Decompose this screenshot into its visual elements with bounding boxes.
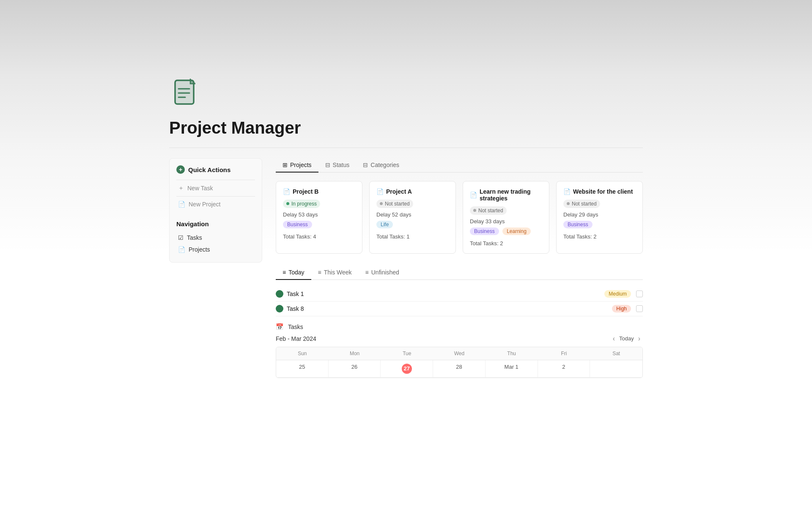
task-1-checkbox[interactable]: [636, 290, 643, 297]
project-trading-delay: Delay 33 days: [470, 218, 542, 225]
project-b-delay: Delay 53 days: [283, 211, 355, 218]
cal-cell-mar1[interactable]: Mar 1: [486, 360, 538, 378]
project-b-status: In progress: [283, 200, 320, 208]
status-dot-gray-t: [473, 209, 476, 212]
project-trading-total: Total Tasks: 2: [470, 240, 542, 247]
project-website-tags: Business: [563, 220, 636, 230]
project-card-website[interactable]: 📄 Website for the client Not started Del…: [556, 181, 643, 254]
project-a-icon: 📄: [376, 188, 384, 195]
project-website-title: 📄 Website for the client: [563, 188, 636, 195]
new-project-doc-icon: 📄: [178, 201, 185, 208]
list-week-icon: ≡: [318, 269, 321, 276]
main-tabs: ⊞ Projects ⊟ Status ⊟ Categories: [276, 158, 643, 173]
cal-cell-empty: [590, 360, 642, 378]
project-trading-status: Not started: [470, 206, 507, 215]
task-8-priority: High: [612, 305, 631, 312]
cal-cell-27[interactable]: 27: [381, 360, 433, 378]
quick-actions-header: + Quick Actions: [176, 165, 255, 174]
task-tab-this-week[interactable]: ≡ This Week: [311, 266, 359, 280]
project-card-trading[interactable]: 📄 Learn new trading strategies Not start…: [463, 181, 549, 254]
project-a-title: 📄 Project A: [376, 188, 449, 195]
navigation-section: Navigation ☑ Tasks 📄 Projects: [176, 220, 255, 255]
navigation-title: Navigation: [176, 220, 255, 227]
task-8-status-icon: [276, 305, 283, 312]
calendar-section-title: Tasks: [288, 323, 303, 330]
page-title: Project Manager: [169, 118, 643, 137]
new-task-button[interactable]: ＋ New Task: [176, 180, 255, 196]
project-trading-title: 📄 Learn new trading strategies: [470, 188, 542, 202]
tag-business-b: Business: [283, 221, 312, 228]
cal-cell-26[interactable]: 26: [329, 360, 381, 378]
task-tab-today[interactable]: ≡ Today: [276, 266, 311, 280]
title-divider: [169, 148, 643, 148]
cal-cell-mar2[interactable]: 2: [538, 360, 590, 378]
tag-business-w: Business: [563, 221, 593, 228]
cal-header-tue: Tue: [381, 347, 433, 360]
project-a-total: Total Tasks: 1: [376, 233, 449, 240]
status-dot-gray-a: [380, 202, 383, 205]
sidebar-item-projects[interactable]: 📄 Projects: [176, 244, 255, 255]
task-tab-unfinished[interactable]: ≡ Unfinished: [359, 266, 406, 280]
cal-header-sat: Sat: [590, 347, 642, 360]
calendar-section: 📅 Tasks Feb - Mar 2024 ‹ Today › Sun Mon…: [276, 323, 643, 378]
calendar-tasks-icon: 📅: [276, 323, 284, 331]
main-content: ⊞ Projects ⊟ Status ⊟ Categories 📄: [276, 158, 643, 378]
project-website-status: Not started: [563, 200, 600, 208]
calendar-nav: ‹ Today ›: [610, 334, 643, 343]
tab-categories[interactable]: ⊟ Categories: [356, 158, 406, 173]
task-1-name: Task 1: [276, 290, 604, 298]
project-b-total: Total Tasks: 4: [283, 233, 355, 240]
project-card-b[interactable]: 📄 Project B In progress Delay 53 days Bu…: [276, 181, 362, 254]
calendar-grid: Sun Mon Tue Wed Thu Fri Sat 25 26 27 28 …: [276, 347, 643, 378]
calendar-header-row: 📅 Tasks: [276, 323, 643, 331]
new-project-button[interactable]: 📄 New Project: [176, 196, 255, 212]
task-1-priority: Medium: [604, 290, 631, 298]
cal-header-fri: Fri: [538, 347, 590, 360]
project-trading-icon: 📄: [470, 192, 477, 198]
page-icon: [169, 76, 643, 118]
task-list: Task 1 Medium Task 8 High: [276, 287, 643, 316]
calendar-prev-button[interactable]: ‹: [610, 334, 617, 343]
project-website-total: Total Tasks: 2: [563, 233, 636, 240]
sidebar-item-tasks[interactable]: ☑ Tasks: [176, 232, 255, 244]
task-8-checkbox[interactable]: [636, 305, 643, 312]
project-website-delay: Delay 29 days: [563, 211, 636, 218]
project-trading-tags: Business Learning: [470, 227, 542, 237]
cal-header-thu: Thu: [486, 347, 538, 360]
new-task-plus-icon: ＋: [178, 184, 184, 192]
document-nav-icon: 📄: [178, 246, 185, 253]
tag-learning-t: Learning: [502, 227, 531, 235]
cal-header-mon: Mon: [329, 347, 381, 360]
project-a-delay: Delay 52 days: [376, 211, 449, 218]
calendar-next-button[interactable]: ›: [636, 334, 643, 343]
calendar-date-range: Feb - Mar 2024: [276, 335, 316, 342]
tag-life-a: Life: [376, 221, 393, 228]
project-card-a[interactable]: 📄 Project A Not started Delay 52 days Li…: [369, 181, 456, 254]
grid-icon: ⊞: [283, 162, 288, 168]
cal-cell-25[interactable]: 25: [276, 360, 329, 378]
task-1-status-icon: [276, 290, 283, 298]
project-website-icon: 📄: [563, 188, 571, 195]
project-b-tags: Business: [283, 220, 355, 230]
project-b-title: 📄 Project B: [283, 188, 355, 195]
project-b-icon: 📄: [283, 188, 290, 195]
sidebar: + Quick Actions ＋ New Task 📄 New Project…: [169, 158, 262, 263]
list-unfinished-icon: ≡: [365, 269, 369, 276]
project-a-status: Not started: [376, 200, 413, 208]
today-badge: 27: [402, 364, 412, 374]
tag-business-t: Business: [470, 227, 499, 235]
tab-projects[interactable]: ⊞ Projects: [276, 158, 318, 173]
tab-status[interactable]: ⊟ Status: [318, 158, 357, 173]
table-categories-icon: ⊟: [363, 162, 368, 168]
project-a-tags: Life: [376, 220, 449, 230]
status-dot-gray-w: [567, 202, 570, 205]
checkbox-icon: ☑: [178, 234, 184, 241]
cal-cell-28[interactable]: 28: [433, 360, 486, 378]
task-row-8[interactable]: Task 8 High: [276, 301, 643, 316]
list-today-icon: ≡: [283, 269, 286, 276]
task-8-name: Task 8: [276, 305, 612, 312]
projects-grid: 📄 Project B In progress Delay 53 days Bu…: [276, 181, 643, 254]
task-row-1[interactable]: Task 1 Medium: [276, 287, 643, 301]
table-status-icon: ⊟: [325, 162, 330, 168]
status-dot-green: [286, 202, 289, 205]
